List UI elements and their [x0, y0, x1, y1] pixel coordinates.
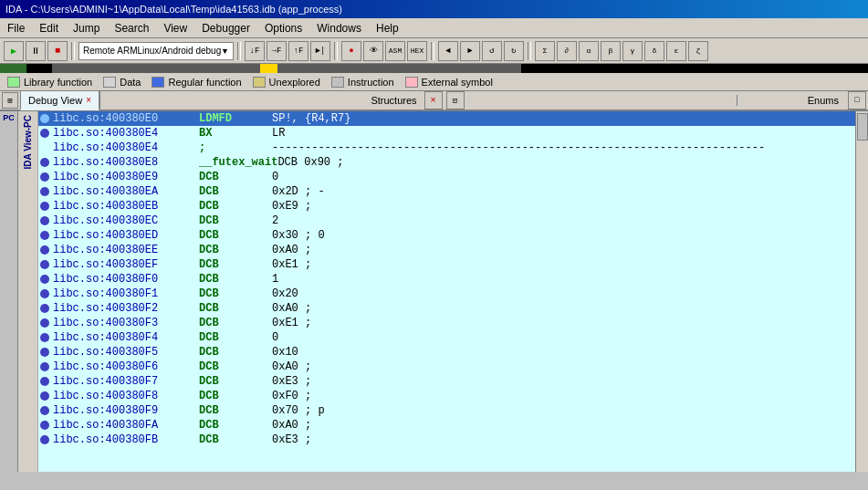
code-line-8[interactable]: libc.so:400380ED DCB 0x30 ; 0 [38, 228, 855, 243]
maximize-button[interactable]: □ [848, 91, 866, 109]
dropdown-arrow-icon: ▼ [221, 47, 229, 56]
menu-search[interactable]: Search [107, 20, 156, 36]
code-line-12[interactable]: libc.so:400380F1 DCB 0x20 [38, 287, 855, 301]
debug-view-close[interactable]: × [86, 95, 91, 105]
menu-jump[interactable]: Jump [66, 20, 107, 36]
dot-indicator-3 [40, 158, 49, 167]
step-out-button[interactable]: ↑F [288, 41, 309, 61]
code-line-11[interactable]: libc.so:400380F0 DCB 1 [38, 272, 855, 287]
code-line-3[interactable]: libc.so:400380E8 __futex_waitDCB 0x90 ; [38, 155, 855, 170]
code-line-4[interactable]: libc.so:400380E9 DCB 0 [38, 170, 855, 184]
code-line-17[interactable]: libc.so:400380F6 DCB 0xA0 ; [38, 360, 855, 374]
run-to-cursor-button[interactable]: ►| [310, 41, 330, 61]
code-line-1[interactable]: libc.so:400380E4 BX LR [38, 126, 855, 141]
menu-file[interactable]: File [0, 20, 32, 36]
watch-button[interactable]: 👁 [363, 41, 383, 61]
structures-expand[interactable]: ⊡ [446, 91, 465, 109]
addr-12: libc.so:400380F1 [53, 287, 199, 300]
dot-indicator-10 [40, 260, 49, 269]
forward-button[interactable]: ► [460, 41, 480, 61]
operands-21: 0xA0 ; [272, 419, 311, 432]
tb7[interactable]: ε [666, 41, 686, 61]
toolbar-sep-4 [431, 42, 434, 60]
code-line-14[interactable]: libc.so:400380F3 DCB 0xE1 ; [38, 316, 855, 330]
code-line-18[interactable]: libc.so:400380F7 DCB 0xE3 ; [38, 374, 855, 389]
menu-view[interactable]: View [156, 20, 194, 36]
operands-9: 0xA0 ; [272, 244, 311, 256]
legend-library-function: Library function [7, 77, 92, 88]
code-line-22[interactable]: libc.so:400380FB DCB 0xE3 ; [38, 433, 855, 447]
code-line-0[interactable]: libc.so:400380E0 LDMFD SP!, {R4,R7} [38, 111, 855, 126]
tb2[interactable]: ∂ [557, 41, 577, 61]
step-over-button[interactable]: →F [267, 41, 287, 61]
refresh-button[interactable]: ↺ [482, 41, 502, 61]
scrollbar[interactable] [855, 111, 868, 472]
tab-debug-view[interactable]: Debug View × [20, 90, 99, 110]
dot-indicator-7 [40, 216, 49, 225]
menu-debugger[interactable]: Debugger [194, 20, 257, 36]
tb8[interactable]: ζ [688, 41, 708, 61]
code-line-19[interactable]: libc.so:400380F8 DCB 0xF0 ; [38, 389, 855, 403]
legend-data-color [103, 77, 116, 88]
mnemonic-7: DCB [199, 214, 272, 227]
code-line-5[interactable]: libc.so:400380EA DCB 0x2D ; - [38, 184, 855, 199]
code-line-2[interactable]: libc.so:400380E4 ; ---------------------… [38, 141, 855, 155]
mnemonic-22: DCB [199, 433, 272, 446]
legend-external-color [405, 77, 418, 88]
back-button[interactable]: ◄ [438, 41, 458, 61]
tb3[interactable]: α [579, 41, 599, 61]
hex-button[interactable]: HEX [407, 41, 427, 61]
title-bar: IDA - C:\Users\ADMINI~1\AppData\Local\Te… [0, 0, 868, 18]
enums-section: Enums [737, 95, 846, 106]
code-line-9[interactable]: libc.so:400380EE DCB 0xA0 ; [38, 243, 855, 257]
legend-unexplored-color [253, 77, 266, 88]
scrollbar-thumb[interactable] [857, 113, 868, 141]
debugger-dropdown[interactable]: Remote ARMLinux/Android debugger ▼ [78, 42, 234, 60]
debug-view-label: Debug View [28, 95, 82, 106]
addr-16: libc.so:400380F5 [53, 346, 199, 359]
code-line-10[interactable]: libc.so:400380EF DCB 0xE1 ; [38, 257, 855, 272]
breakpoint-button[interactable]: ● [341, 41, 361, 61]
mnemonic-19: DCB [199, 390, 272, 402]
legend-external-label: External symbol [422, 77, 493, 88]
addr-15: libc.so:400380F4 [53, 331, 199, 344]
addr-20: libc.so:400380F9 [53, 404, 199, 417]
code-line-6[interactable]: libc.so:400380EB DCB 0xE9 ; [38, 199, 855, 214]
mnemonic-2: ; [199, 141, 272, 154]
code-line-15[interactable]: libc.so:400380F4 DCB 0 [38, 330, 855, 345]
menu-edit[interactable]: Edit [32, 20, 66, 36]
menu-windows[interactable]: Windows [309, 20, 369, 36]
addr-10: libc.so:400380EF [53, 258, 199, 271]
structures-close[interactable]: × [424, 91, 443, 109]
legend-unexplored: Unexplored [253, 77, 320, 88]
code-line-13[interactable]: libc.so:400380F2 DCB 0xA0 ; [38, 301, 855, 316]
tb1[interactable]: Σ [535, 41, 555, 61]
menu-help[interactable]: Help [369, 20, 406, 36]
operands-14: 0xE1 ; [272, 317, 311, 329]
stop-button[interactable]: ■ [47, 41, 68, 61]
pause-button[interactable]: ⏸ [26, 41, 46, 61]
tb4[interactable]: β [601, 41, 621, 61]
nav-strip[interactable] [0, 64, 868, 73]
toolbar-sep-1 [71, 42, 75, 60]
dot-indicator-15 [40, 333, 49, 342]
operands-7: 2 [272, 214, 278, 227]
tb5[interactable]: γ [622, 41, 643, 61]
refresh2-button[interactable]: ↻ [504, 41, 524, 61]
menu-options[interactable]: Options [257, 20, 309, 36]
code-line-21[interactable]: libc.so:400380FA DCB 0xA0 ; [38, 418, 855, 433]
code-line-16[interactable]: libc.so:400380F5 DCB 0x10 [38, 345, 855, 360]
addr-8: libc.so:400380ED [53, 229, 199, 242]
run-button[interactable]: ▶ [4, 41, 24, 61]
code-line-20[interactable]: libc.so:400380F9 DCB 0x70 ; p [38, 403, 855, 418]
code-view[interactable]: libc.so:400380E0 LDMFD SP!, {R4,R7}libc.… [38, 111, 855, 472]
mnemonic-6: DCB [199, 200, 272, 213]
pc-indicator: PC [0, 111, 18, 472]
legend-data: Data [103, 77, 141, 88]
tb6[interactable]: δ [644, 41, 664, 61]
code-line-7[interactable]: libc.so:400380EC DCB 2 [38, 214, 855, 228]
step-into-button[interactable]: ↓F [245, 41, 265, 61]
legend-external-symbol: External symbol [405, 77, 493, 88]
view-label-column: IDA View-PC [18, 111, 38, 472]
disasm-button[interactable]: ASM [385, 41, 405, 61]
